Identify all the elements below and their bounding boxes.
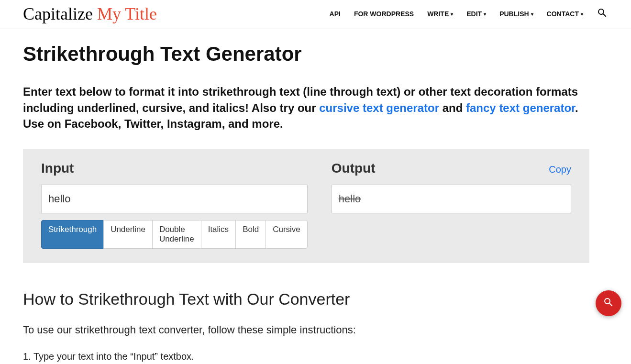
main-nav: API FOR WORDPRESS WRITE▾ EDIT▾ PUBLISH▾ … [330, 7, 608, 21]
tab-italics[interactable]: Italics [201, 220, 236, 249]
nav-publish[interactable]: PUBLISH▾ [499, 10, 533, 18]
output-header: Output Copy [332, 161, 571, 176]
tab-cursive[interactable]: Cursive [266, 220, 308, 249]
tab-double-underline[interactable]: Double Underline [152, 220, 201, 249]
input-column: Input Strikethrough Underline Double Und… [41, 161, 308, 249]
cursive-generator-link[interactable]: cursive text generator [319, 101, 439, 114]
nav-write-label: WRITE [427, 10, 449, 18]
logo-text-part1: Capitalize [23, 4, 97, 23]
search-icon[interactable] [597, 7, 608, 21]
chevron-down-icon: ▾ [484, 11, 486, 17]
howto-intro: To use our strikethrough text converter,… [23, 322, 367, 338]
chevron-down-icon: ▾ [581, 11, 583, 17]
nav-wordpress-label: FOR WORDPRESS [354, 10, 414, 18]
site-logo[interactable]: Capitalize My Title [23, 4, 157, 24]
tool-panel: Input Strikethrough Underline Double Und… [23, 149, 589, 263]
site-header: Capitalize My Title API FOR WORDPRESS WR… [0, 0, 631, 28]
input-header: Input [41, 161, 308, 176]
nav-contact[interactable]: CONTACT▾ [547, 10, 583, 18]
input-label: Input [41, 161, 74, 176]
main-content: Strikethrough Text Generator Enter text … [0, 28, 612, 364]
nav-publish-label: PUBLISH [499, 10, 529, 18]
howto-title: How to Strikethrough Text with Our Conve… [23, 290, 589, 309]
output-column: Output Copy hello [332, 161, 571, 249]
output-value: hello [339, 193, 361, 205]
nav-contact-label: CONTACT [547, 10, 579, 18]
nav-api-label: API [330, 10, 341, 18]
intro-text-2: and [439, 101, 466, 114]
howto-step-1: 1. Type your text into the “Input” textb… [23, 351, 589, 362]
chevron-down-icon: ▾ [531, 11, 533, 17]
input-textbox[interactable] [41, 185, 308, 213]
copy-button[interactable]: Copy [549, 164, 571, 175]
tab-bold[interactable]: Bold [235, 220, 266, 249]
search-fab-button[interactable] [596, 290, 621, 316]
nav-wordpress[interactable]: FOR WORDPRESS [354, 10, 414, 18]
nav-edit-label: EDIT [466, 10, 482, 18]
search-icon [603, 297, 614, 310]
tab-underline[interactable]: Underline [103, 220, 153, 249]
page-title: Strikethrough Text Generator [23, 43, 589, 66]
output-label: Output [332, 161, 376, 176]
nav-api[interactable]: API [330, 10, 341, 18]
nav-edit[interactable]: EDIT▾ [466, 10, 486, 18]
intro-paragraph: Enter text below to format it into strik… [23, 84, 589, 132]
nav-write[interactable]: WRITE▾ [427, 10, 453, 18]
tab-strikethrough[interactable]: Strikethrough [41, 220, 104, 249]
output-textbox[interactable]: hello [332, 185, 571, 213]
chevron-down-icon: ▾ [451, 11, 453, 17]
format-tabs: Strikethrough Underline Double Underline… [41, 220, 308, 249]
fancy-generator-link[interactable]: fancy text generator [466, 101, 575, 114]
logo-text-part2: My Title [97, 4, 157, 23]
